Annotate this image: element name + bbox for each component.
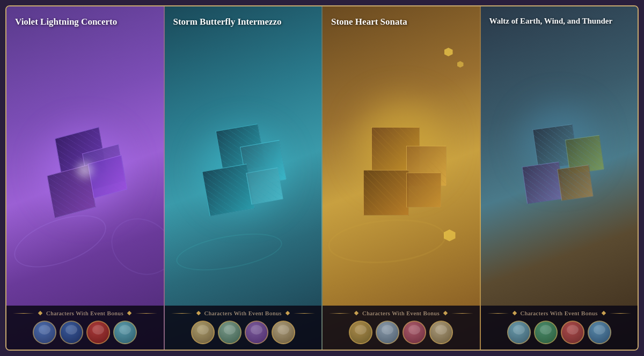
avatar-c4-2[interactable]: [534, 321, 558, 344]
card-3-avatars: [329, 321, 473, 344]
card-stone-heart[interactable]: Stone Heart Sonata Characters With Event…: [323, 6, 481, 350]
card-1-line-right: [135, 313, 157, 314]
card-2-bottom: Characters With Event Bonus: [165, 306, 322, 350]
card-violet-lightning[interactable]: Violet Lightning Concerto Characters Wit…: [6, 6, 165, 350]
card-2-art: [165, 34, 322, 306]
cube-mixed-3: [522, 161, 564, 204]
card-4-diamond-right: [601, 311, 605, 315]
card-3-hex-2: [457, 61, 464, 68]
card-4-bottom: Characters With Event Bonus: [481, 306, 638, 350]
card-1-diamond-right: [127, 311, 131, 315]
card-3-line-left: [329, 313, 350, 314]
cube-gold-3: [363, 170, 409, 216]
card-1-bonus-label: Characters With Event Bonus: [13, 310, 157, 316]
card-3-hex-3: [444, 229, 456, 241]
card-4-line-right: [610, 313, 631, 314]
avatar-c3-3[interactable]: [402, 321, 426, 344]
avatar-c1-1[interactable]: [33, 321, 56, 344]
card-3-title: Stone Heart Sonata: [323, 6, 480, 34]
card-1-avatars: [13, 321, 157, 344]
card-3-bottom: Characters With Event Bonus: [323, 306, 480, 350]
card-2-bonus-label: Characters With Event Bonus: [171, 310, 316, 316]
card-4-bonus-text: Characters With Event Bonus: [521, 310, 598, 316]
card-3-bonus-text: Characters With Event Bonus: [362, 310, 440, 316]
card-2-diamond-right: [285, 311, 289, 315]
card-1-cubes: [31, 116, 138, 224]
card-1-art: [6, 34, 164, 306]
card-3-art: [323, 34, 480, 306]
card-1-line-left: [13, 313, 34, 314]
cube-mixed-4: [557, 165, 594, 201]
card-4-avatars: [487, 321, 632, 344]
avatar-c4-4[interactable]: [588, 321, 611, 344]
card-1-bottom: Characters With Event Bonus: [6, 306, 164, 350]
avatar-c2-2[interactable]: [218, 321, 241, 344]
avatar-c4-3[interactable]: [561, 321, 584, 344]
card-storm-butterfly[interactable]: Storm Butterfly Intermezzo Characters Wi…: [165, 6, 323, 350]
card-2-title: Storm Butterfly Intermezzo: [165, 6, 322, 34]
card-1-diamond-left: [38, 311, 42, 315]
card-3-diamond-right: [443, 311, 448, 315]
avatar-c2-4[interactable]: [272, 321, 295, 344]
card-2-avatars: [171, 321, 316, 344]
card-2-line-left: [171, 313, 193, 314]
avatar-c3-4[interactable]: [429, 321, 453, 344]
avatar-c2-1[interactable]: [191, 321, 215, 344]
card-1-title: Violet Lightning Concerto: [6, 6, 164, 34]
card-1-bonus-text: Characters With Event Bonus: [46, 310, 123, 316]
card-3-hex-1: [444, 48, 453, 56]
card-2-cubes: [189, 116, 297, 224]
card-waltz[interactable]: Waltz of Earth, Wind, and Thunder Charac…: [481, 6, 638, 350]
card-3-diamond-left: [354, 311, 358, 315]
card-3-bonus-label: Characters With Event Bonus: [329, 310, 473, 316]
avatar-c1-3[interactable]: [86, 321, 110, 344]
main-frame: Violet Lightning Concerto Characters Wit…: [5, 5, 639, 351]
avatar-c4-1[interactable]: [507, 321, 531, 344]
avatar-c3-1[interactable]: [349, 321, 372, 344]
avatar-c3-2[interactable]: [376, 321, 399, 344]
card-2-swirl: [173, 227, 284, 277]
card-3-cubes: [347, 116, 455, 224]
card-2-line-right: [294, 313, 315, 314]
avatar-c1-4[interactable]: [113, 321, 137, 344]
avatar-c1-2[interactable]: [60, 321, 83, 344]
card-2-bonus-text: Characters With Event Bonus: [204, 310, 282, 316]
avatar-c2-3[interactable]: [245, 321, 268, 344]
card-2-diamond-left: [196, 311, 201, 315]
card-4-diamond-left: [513, 311, 517, 315]
card-4-bonus-label: Characters With Event Bonus: [487, 310, 632, 316]
card-4-line-left: [487, 313, 509, 314]
cube-gold-4: [406, 173, 441, 207]
card-3-line-right: [451, 313, 473, 314]
card-4-cubes: [506, 116, 613, 223]
card-4-title: Waltz of Earth, Wind, and Thunder: [481, 6, 638, 33]
card-4-art: [481, 33, 638, 306]
cube-teal-3: [202, 164, 254, 216]
card-1-center-glow: [77, 162, 93, 178]
cube-teal-4: [246, 167, 283, 205]
